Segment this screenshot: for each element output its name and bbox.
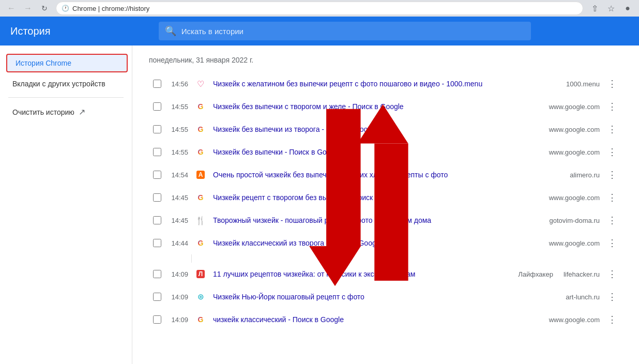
history-item[interactable]: 14:09Gчизкейк классический - Поиск в Goo… bbox=[149, 308, 622, 331]
history-item-domain: lifehacker.ru bbox=[564, 270, 600, 278]
history-item-time: 14:09 bbox=[168, 316, 188, 324]
page-title: История bbox=[10, 25, 51, 37]
browser-chrome: ← → ↻ 🕐 Chrome | chrome://history ⇧ ☆ ● bbox=[0, 0, 639, 17]
history-item-favicon: G bbox=[194, 123, 207, 135]
history-item-time: 14:09 bbox=[168, 270, 188, 278]
history-item-favicon: G bbox=[194, 313, 207, 326]
history-item-more-button[interactable]: ⋮ bbox=[606, 237, 618, 249]
history-item-time: 14:55 bbox=[168, 103, 188, 111]
search-icon: 🔍 bbox=[165, 25, 176, 37]
history-item-time: 14:56 bbox=[168, 80, 188, 88]
history-item-domain: 1000.menu bbox=[566, 80, 600, 88]
history-item[interactable]: 14:45🍴Творожный чизкейк - пошаговый реце… bbox=[149, 209, 622, 232]
history-item-favicon: G bbox=[194, 191, 207, 204]
top-bar: История 🔍 bbox=[0, 17, 639, 46]
history-item-title[interactable]: Чизкейк без выпечки - Поиск в Google bbox=[213, 148, 539, 156]
history-item-checkbox[interactable] bbox=[153, 293, 161, 301]
history-item[interactable]: 14:44GЧизкейк классический из творога - … bbox=[149, 232, 622, 254]
back-button[interactable]: ← bbox=[4, 1, 19, 16]
sidebar-divider bbox=[8, 97, 124, 98]
history-item[interactable]: 14:45GЧизкейк рецепт с творогом без выпе… bbox=[149, 186, 622, 209]
history-item-favicon: Л bbox=[194, 268, 207, 280]
app-body: История 🔍 История Chrome Вкладки с други… bbox=[0, 17, 639, 364]
history-item-domain: www.google.com bbox=[549, 126, 600, 133]
history-item-checkbox[interactable] bbox=[153, 102, 161, 111]
history-item-title[interactable]: Чизкейк без выпечки с творогом и желе - … bbox=[213, 102, 539, 111]
history-item-checkbox[interactable] bbox=[153, 270, 161, 278]
history-list: 14:56♡Чизкейк с желатином без выпечки ре… bbox=[149, 72, 622, 331]
sidebar-item-other-devices[interactable]: Вкладки с других устройств bbox=[0, 74, 128, 93]
search-box[interactable]: 🔍 bbox=[159, 22, 531, 40]
history-item-domain: www.google.com bbox=[549, 239, 600, 247]
history-item-title[interactable]: Чизкейк без выпечки из творога - Поиск в… bbox=[213, 125, 539, 133]
history-item-title[interactable]: Очень простой чизкейк без выпечки и лишн… bbox=[213, 171, 559, 179]
history-item[interactable]: 14:54АОчень простой чизкейк без выпечки … bbox=[149, 163, 622, 186]
history-item-checkbox[interactable] bbox=[153, 239, 161, 247]
history-item-domain: art-lunch.ru bbox=[566, 293, 600, 301]
history-item[interactable]: 14:55GЧизкейк без выпечки с творогом и ж… bbox=[149, 95, 622, 118]
history-item-domain: gotovim-doma.ru bbox=[549, 217, 600, 224]
history-item-domain: www.google.com bbox=[549, 148, 600, 156]
external-link-icon: ↗ bbox=[79, 107, 85, 117]
history-item-checkbox[interactable] bbox=[153, 315, 161, 324]
history-item-title[interactable]: 11 лучших рецептов чизкейка: от классики… bbox=[213, 270, 508, 278]
history-item-more-button[interactable]: ⋮ bbox=[606, 191, 618, 204]
history-item-checkbox[interactable] bbox=[153, 171, 161, 179]
clear-history-button[interactable]: Очистить историю ↗ bbox=[0, 102, 132, 122]
history-item-checkbox[interactable] bbox=[153, 193, 161, 202]
history-item-more-button[interactable]: ⋮ bbox=[606, 146, 618, 158]
content-area: История Chrome Вкладки с других устройст… bbox=[0, 46, 639, 364]
history-item-more-button[interactable]: ⋮ bbox=[606, 123, 618, 135]
toolbar-right: ⇧ ☆ ● bbox=[587, 1, 635, 16]
history-item-more-button[interactable]: ⋮ bbox=[606, 100, 618, 113]
history-item-more-button[interactable]: ⋮ bbox=[606, 169, 618, 181]
site-favicon-icon: 🕐 bbox=[62, 5, 69, 12]
history-item-checkbox[interactable] bbox=[153, 80, 161, 88]
history-item-favicon: А bbox=[194, 169, 207, 181]
sidebar: История Chrome Вкладки с других устройст… bbox=[0, 46, 132, 364]
address-bar[interactable]: 🕐 Chrome | chrome://history bbox=[56, 2, 583, 15]
history-item[interactable]: 14:55GЧизкейк без выпечки - Поиск в Goog… bbox=[149, 141, 622, 163]
reload-button[interactable]: ↻ bbox=[37, 1, 52, 16]
history-item-domain-label: Лайфхакер bbox=[518, 270, 553, 278]
history-item-favicon: G bbox=[194, 237, 207, 249]
profile-button[interactable]: ● bbox=[620, 1, 635, 16]
sidebar-item-chrome-history[interactable]: История Chrome bbox=[6, 54, 128, 72]
history-item[interactable]: 14:09⊛Чизкейк Нью-Йорк пошаговый рецепт … bbox=[149, 285, 622, 308]
history-item-title[interactable]: Чизкейк рецепт с творогом без выпечки - … bbox=[213, 193, 539, 202]
history-item-checkbox[interactable] bbox=[153, 148, 161, 156]
history-item[interactable]: 14:56♡Чизкейк с желатином без выпечки ре… bbox=[149, 72, 622, 95]
history-item-checkbox[interactable] bbox=[153, 216, 161, 224]
history-item[interactable]: 14:55GЧизкейк без выпечки из творога - П… bbox=[149, 118, 622, 141]
history-item-domain: www.google.com bbox=[549, 194, 600, 202]
history-item-more-button[interactable]: ⋮ bbox=[606, 268, 618, 280]
history-item-more-button[interactable]: ⋮ bbox=[606, 78, 618, 90]
history-item[interactable]: 14:09Л11 лучших рецептов чизкейка: от кл… bbox=[149, 263, 622, 285]
forward-button[interactable]: → bbox=[21, 1, 35, 16]
url-display: Chrome | chrome://history bbox=[72, 5, 149, 12]
history-item-favicon: ⊛ bbox=[194, 291, 207, 303]
history-item-title[interactable]: Чизкейк Нью-Йорк пошаговый рецепт с фото bbox=[213, 293, 555, 301]
history-item-time: 14:55 bbox=[168, 148, 188, 156]
history-item-more-button[interactable]: ⋮ bbox=[606, 313, 618, 326]
history-item-time: 14:54 bbox=[168, 171, 188, 179]
history-item-title[interactable]: Чизкейк классический из творога - Поиск … bbox=[213, 239, 539, 247]
history-item-checkbox[interactable] bbox=[153, 125, 161, 133]
history-item-time: 14:45 bbox=[168, 194, 188, 202]
history-item-title[interactable]: Чизкейк с желатином без выпечки рецепт с… bbox=[213, 80, 556, 88]
history-item-domain: www.google.com bbox=[549, 316, 600, 324]
nav-buttons: ← → ↻ bbox=[4, 1, 52, 16]
history-item-more-button[interactable]: ⋮ bbox=[606, 214, 618, 226]
history-item-more-button[interactable]: ⋮ bbox=[606, 291, 618, 303]
history-item-domain: alimero.ru bbox=[570, 171, 600, 179]
share-button[interactable]: ⇧ bbox=[587, 1, 602, 16]
bookmark-button[interactable]: ☆ bbox=[604, 1, 618, 16]
search-input[interactable] bbox=[181, 27, 525, 36]
history-item-favicon: G bbox=[194, 100, 207, 113]
history-item-title[interactable]: чизкейк классический - Поиск в Google bbox=[213, 315, 539, 324]
history-item-time: 14:55 bbox=[168, 126, 188, 133]
history-item-time: 14:44 bbox=[168, 239, 188, 247]
history-item-domain: www.google.com bbox=[549, 103, 600, 111]
history-item-title[interactable]: Творожный чизкейк - пошаговый рецепт с ф… bbox=[213, 216, 539, 224]
history-item-favicon: 🍴 bbox=[194, 214, 207, 226]
